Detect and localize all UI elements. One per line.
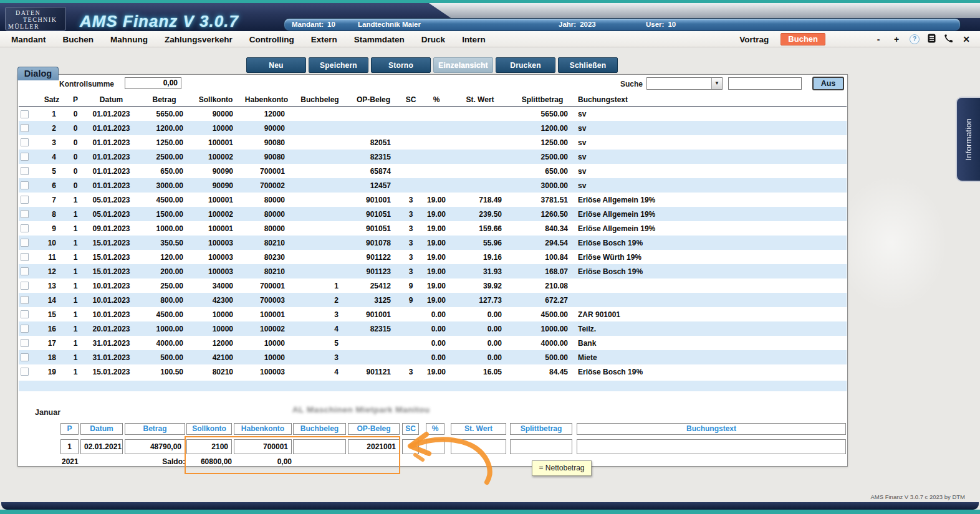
maximize-icon[interactable]: + — [891, 34, 901, 44]
column-header-sollkonto[interactable]: Sollkonto — [191, 93, 241, 107]
row-checkbox[interactable] — [21, 153, 29, 161]
table-body: 1001.01.20235650.0090000120005650.00sv20… — [19, 107, 847, 379]
row-checkbox[interactable] — [21, 196, 29, 204]
table-row[interactable]: 5001.01.2023650.009009070000165874650.00… — [19, 164, 847, 178]
menu-item-stammdaten[interactable]: Stammdaten — [354, 35, 405, 44]
column-header-p[interactable]: P — [66, 93, 85, 107]
close-icon[interactable]: ✕ — [961, 34, 971, 44]
table-row[interactable]: 8105.01.20231500.0010000280000901051319.… — [19, 207, 847, 221]
menu-item-extern[interactable]: Extern — [311, 35, 337, 44]
notes-icon[interactable] — [928, 34, 936, 45]
menu-item-intern[interactable]: Intern — [462, 35, 486, 44]
column-header-habenkonto[interactable]: Habenkonto — [241, 93, 292, 107]
row-checkbox[interactable] — [21, 210, 29, 218]
menu-item-buchen[interactable]: Buchen — [63, 35, 94, 44]
drucken-button[interactable]: Drucken — [496, 57, 555, 73]
column-header-buchungstext[interactable]: Buchungstext — [575, 93, 847, 107]
table-row[interactable]: 6001.01.20233000.0090090700002124573000.… — [19, 178, 847, 193]
neu-button[interactable]: Neu — [246, 57, 306, 73]
column-header-buchbeleg[interactable]: Buchbeleg — [292, 93, 347, 107]
form-input-betrag[interactable]: 48790,00 — [125, 439, 185, 454]
cell-buchbeleg — [292, 193, 347, 207]
row-checkbox-cell — [19, 264, 37, 278]
column-header-st-wert[interactable]: St. Wert — [451, 93, 509, 107]
form-input-habenkonto[interactable]: 700001 — [234, 439, 292, 454]
row-checkbox[interactable] — [21, 296, 29, 304]
column-header-betrag[interactable]: Betrag — [138, 93, 191, 107]
row-checkbox[interactable] — [21, 138, 29, 146]
suche-input[interactable] — [728, 77, 802, 90]
table-row[interactable]: 14110.01.2023800.004230070000323125919.0… — [19, 293, 847, 307]
table-row[interactable]: 9109.01.20231000.0010000180000901051319.… — [19, 221, 847, 236]
table-row[interactable]: 15110.01.20234500.001000010000139010010.… — [19, 307, 847, 321]
form-input-buchungstext[interactable] — [577, 439, 846, 454]
table-row[interactable]: 1001.01.20235650.0090000120005650.00sv — [19, 107, 847, 121]
column-header-splittbetrag[interactable]: Splittbetrag — [509, 93, 575, 107]
form-input-splittbetrag[interactable] — [510, 439, 572, 454]
row-checkbox[interactable] — [21, 224, 29, 232]
column-header-datum[interactable]: Datum — [85, 93, 138, 107]
column-header-sc[interactable]: SC — [400, 93, 422, 107]
menu-item-mandant[interactable]: Mandant — [11, 35, 46, 44]
row-checkbox[interactable] — [21, 253, 29, 261]
row-checkbox[interactable] — [21, 124, 29, 132]
information-tab[interactable]: Information — [956, 97, 980, 182]
table-row[interactable]: 11115.01.2023120.0010000380230901122319.… — [19, 250, 847, 264]
menu-item-zahlungsverkehr[interactable]: Zahlungsverkehr — [165, 35, 233, 44]
menu-item-controlling[interactable]: Controlling — [249, 35, 294, 44]
storno-button[interactable]: Storno — [371, 57, 431, 73]
menu-item-mahnung[interactable]: Mahnung — [110, 35, 148, 44]
aus-button[interactable]: Aus — [812, 77, 844, 90]
table-row[interactable]: 2001.01.20231200.0010000900001200.00sv — [19, 121, 847, 135]
row-checkbox[interactable] — [21, 310, 29, 318]
row-checkbox[interactable] — [21, 368, 29, 376]
buchen-button[interactable]: Buchen — [781, 33, 825, 45]
form-input-op-beleg[interactable]: 2021001 — [348, 439, 400, 454]
row-checkbox[interactable] — [21, 325, 29, 333]
kontrollsumme-input[interactable]: 0,00 — [125, 77, 181, 89]
column-header-%[interactable]: % — [422, 93, 451, 107]
einzelansicht-button[interactable]: Einzelansicht — [433, 57, 493, 73]
form-input-%[interactable] — [426, 439, 444, 454]
row-checkbox[interactable] — [21, 181, 29, 189]
row-checkbox[interactable] — [21, 167, 29, 175]
table-row[interactable]: 16120.01.20231000.00100001000024823150.0… — [19, 321, 847, 336]
menu-item-vortrag[interactable]: Vortrag — [739, 35, 769, 44]
table-row[interactable]: 18131.01.2023500.00421001000030.000.0050… — [19, 350, 847, 364]
help-icon[interactable]: ? — [910, 34, 920, 44]
table-row[interactable]: 12115.01.2023200.0010000380210901123319.… — [19, 264, 847, 278]
table-row[interactable]: 4001.01.20232500.0010000290080823152500.… — [19, 150, 847, 164]
menu-item-druck[interactable]: Druck — [421, 35, 445, 44]
table-row[interactable]: 13110.01.2023250.0034000700001125412919.… — [19, 278, 847, 293]
table-row[interactable]: 3001.01.20231250.0010000190080820511250.… — [19, 135, 847, 150]
row-checkbox[interactable] — [21, 339, 29, 347]
minimize-icon[interactable]: - — [873, 34, 883, 44]
row-checkbox[interactable] — [21, 239, 29, 247]
speichern-button[interactable]: Speichern — [309, 57, 368, 73]
chevron-down-icon[interactable]: ▼ — [711, 78, 722, 89]
column-header-satz[interactable]: Satz — [37, 93, 66, 107]
form-input-sc[interactable] — [402, 439, 419, 454]
row-checkbox[interactable] — [21, 267, 29, 275]
cell-buchungstext: Erlöse Allgemein 19% — [575, 193, 847, 207]
phone-icon[interactable] — [944, 34, 953, 45]
column-header-op-beleg[interactable]: OP-Beleg — [347, 93, 400, 107]
row-checkbox[interactable] — [21, 282, 29, 290]
form-input-st-wert[interactable] — [451, 439, 506, 454]
form-input-buchbeleg[interactable] — [293, 439, 346, 454]
table-row[interactable]: 7105.01.20234500.0010000180000901001319.… — [19, 193, 847, 207]
row-checkbox[interactable] — [21, 353, 29, 361]
suche-dropdown[interactable]: ▼ — [646, 77, 723, 90]
month-label: Januar — [35, 408, 60, 417]
row-checkbox[interactable] — [21, 110, 29, 118]
table-row[interactable]: 19115.01.2023100.50802101000034901121319… — [19, 364, 847, 379]
form-input-sollkonto[interactable]: 2100 — [186, 439, 232, 454]
cell-buchbeleg — [292, 135, 347, 150]
dialog-tab[interactable]: Dialog — [17, 67, 59, 80]
form-input-p[interactable]: 1 — [60, 439, 79, 454]
table-row[interactable]: 17131.01.20234000.00120001000050.000.004… — [19, 336, 847, 350]
form-input-datum[interactable]: 02.01.2021 — [80, 439, 123, 454]
row-checkbox-cell — [19, 121, 37, 135]
table-row[interactable]: 10115.01.2023350.5010000380210901078319.… — [19, 236, 847, 250]
schließen-button[interactable]: Schließen — [558, 57, 618, 73]
